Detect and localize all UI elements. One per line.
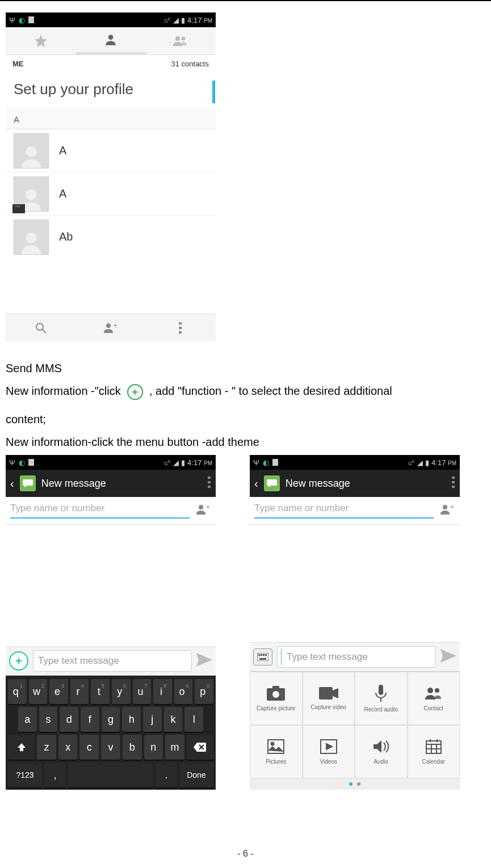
attach-capture-video[interactable]: Capture video: [303, 672, 355, 725]
attach-contact[interactable]: Contact: [408, 672, 460, 725]
key-f[interactable]: f: [81, 707, 99, 732]
recipient-input[interactable]: Type name or number: [254, 503, 434, 519]
recipient-input[interactable]: Type name or number: [10, 503, 190, 519]
attach-pictures[interactable]: Pictures: [250, 725, 303, 778]
key-m[interactable]: m: [165, 735, 184, 760]
attach-videos[interactable]: Videos: [303, 725, 355, 778]
svg-rect-17: [208, 477, 211, 479]
back-icon[interactable]: ‹: [10, 477, 14, 490]
key-k[interactable]: k: [164, 707, 183, 732]
key-n[interactable]: n: [144, 735, 163, 760]
svg-text:+: +: [114, 322, 117, 330]
message-input[interactable]: Type text message: [277, 646, 436, 668]
overflow-icon[interactable]: [146, 314, 216, 342]
contact-name: Ab: [59, 230, 73, 243]
svg-point-4: [26, 189, 36, 200]
svg-rect-22: [452, 477, 455, 479]
contact-row[interactable]: A: [6, 129, 216, 172]
key-z[interactable]: z: [37, 735, 56, 760]
key-r[interactable]: r4: [70, 679, 89, 704]
card-icon: [28, 459, 34, 466]
key-o[interactable]: o9: [174, 679, 193, 704]
svg-point-5: [26, 232, 36, 243]
line1b: , add "function - " to select the desire…: [149, 385, 392, 397]
key-a[interactable]: a: [18, 707, 37, 732]
signal-icon: ◢: [173, 458, 179, 467]
line3: New information-click the menu button -a…: [6, 432, 485, 452]
signal-icon: ◢: [173, 16, 179, 24]
svg-rect-12: [179, 331, 182, 334]
key-i[interactable]: i8: [153, 679, 172, 704]
key-g[interactable]: g: [102, 707, 120, 732]
key-u[interactable]: u7: [133, 679, 152, 704]
attach-audio[interactable]: Audio: [355, 725, 408, 778]
key-period[interactable]: .: [156, 762, 177, 787]
svg-text:+: +: [450, 503, 454, 511]
keyboard-toggle-icon[interactable]: [253, 648, 272, 665]
svg-rect-32: [259, 658, 266, 660]
tab-contacts[interactable]: [75, 27, 145, 54]
usb-icon: Ψ: [253, 458, 259, 467]
overflow-icon[interactable]: [208, 477, 211, 490]
battery-icon: ▮: [425, 458, 429, 467]
back-icon[interactable]: ‹: [254, 477, 258, 490]
key-t[interactable]: t5: [91, 679, 110, 704]
key-e[interactable]: e3: [49, 679, 68, 704]
contacts-count: 31 contacts: [171, 60, 209, 68]
key-h[interactable]: h: [122, 707, 141, 732]
key-j[interactable]: j: [143, 707, 162, 732]
svg-point-6: [36, 323, 43, 330]
attach-capture-picture[interactable]: Capture picture: [250, 672, 303, 725]
svg-rect-18: [208, 481, 211, 483]
message-input[interactable]: Type text message: [33, 650, 192, 672]
new-message-keyboard-screenshot: Ψ ◐ GE ◢ ▮ 4:17 PM ‹ New message: [6, 455, 216, 790]
key-q[interactable]: q1: [8, 679, 27, 704]
key-symbols[interactable]: ?123: [8, 762, 42, 787]
key-backspace[interactable]: [187, 735, 213, 760]
search-icon[interactable]: [6, 314, 75, 342]
svg-rect-14: [15, 206, 16, 207]
key-done[interactable]: Done: [179, 762, 213, 787]
key-p[interactable]: p0: [195, 679, 213, 704]
key-w[interactable]: w2: [29, 679, 48, 704]
key-v[interactable]: v: [101, 735, 120, 760]
key-comma[interactable]: ,: [44, 762, 66, 787]
plus-icon: +: [127, 384, 143, 400]
svg-rect-29: [261, 654, 262, 656]
add-contact-icon[interactable]: +: [195, 503, 211, 519]
svg-rect-34: [272, 686, 279, 689]
key-c[interactable]: c: [79, 735, 99, 760]
svg-point-39: [427, 688, 433, 693]
svg-point-2: [182, 37, 186, 41]
scroll-indicator: [212, 81, 215, 103]
attach-button[interactable]: +: [9, 651, 28, 671]
tab-favorites[interactable]: [6, 27, 75, 54]
key-l[interactable]: l: [184, 707, 203, 732]
key-s[interactable]: s: [39, 707, 58, 732]
heading-send-mms: Send MMS: [6, 359, 485, 378]
setup-profile[interactable]: Set up your profile: [6, 73, 216, 110]
add-contact-icon[interactable]: +: [75, 314, 145, 342]
key-x[interactable]: x: [58, 735, 78, 760]
attach-calendar[interactable]: Calendar: [408, 725, 460, 778]
overflow-icon[interactable]: [452, 477, 455, 490]
key-space[interactable]: [68, 762, 153, 787]
svg-text:+: +: [206, 503, 210, 511]
svg-rect-24: [452, 486, 455, 488]
add-contact-icon[interactable]: +: [439, 503, 455, 519]
send-icon[interactable]: [196, 653, 212, 669]
attachment-grid: Capture picture Capture video Record aud…: [250, 672, 460, 778]
svg-point-1: [175, 36, 180, 41]
contact-row[interactable]: Ab: [6, 216, 216, 258]
screen-title: New message: [286, 478, 350, 490]
avatar: [14, 220, 49, 255]
attach-record-audio[interactable]: Record audio: [355, 672, 408, 725]
key-y[interactable]: y6: [112, 679, 131, 704]
send-icon[interactable]: [440, 649, 456, 665]
key-shift[interactable]: [8, 735, 35, 760]
status-bar: Ψ ◐ GE ◢ ▮ 4:17 PM: [6, 12, 216, 27]
key-d[interactable]: d: [60, 707, 78, 732]
contact-row[interactable]: A: [6, 172, 216, 216]
tab-groups[interactable]: [146, 27, 216, 54]
key-b[interactable]: b: [123, 735, 142, 760]
